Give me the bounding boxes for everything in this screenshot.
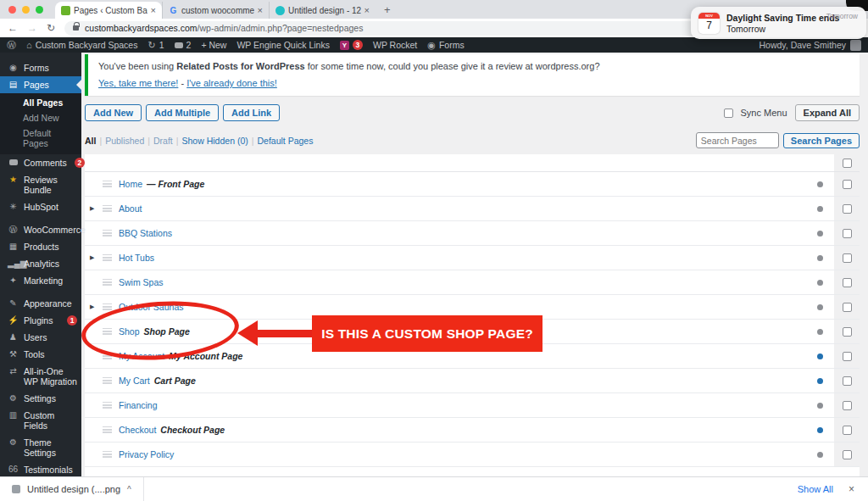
wp-admin-bar: Ⓦ⌂Custom Backyard Spaces↻12+ NewWP Engin… <box>0 37 868 53</box>
show-all-link[interactable]: Show All <box>798 484 833 494</box>
drag-handle-icon[interactable] <box>103 230 112 237</box>
row-checkbox[interactable] <box>843 303 852 312</box>
admin-bar-item-new-content[interactable]: + New <box>201 40 226 50</box>
reload-icon[interactable]: ↻ <box>47 22 55 34</box>
sidebar-item-forms[interactable]: ◉Forms <box>0 59 81 76</box>
admin-bar-account[interactable]: Howdy, Dave Smithey <box>759 40 861 51</box>
sidebar-item-settings[interactable]: ⚙Settings <box>0 390 81 407</box>
expand-caret-icon[interactable]: ▶ <box>90 254 103 261</box>
page-title-link[interactable]: Swim Spas <box>119 277 164 287</box>
sidebar-subitem-default-pages[interactable]: Default Pages <box>0 125 81 151</box>
row-checkbox[interactable] <box>843 352 852 361</box>
add-link-button[interactable]: Add Link <box>223 104 280 121</box>
sidebar-item-all-in-one-wp-migration[interactable]: ⇄All-in-One WP Migration <box>0 363 81 390</box>
sidebar-item-marketing[interactable]: ✦Marketing <box>0 272 81 289</box>
close-window-icon[interactable] <box>8 6 16 14</box>
sidebar-item-tools[interactable]: ⚒Tools <box>0 346 81 363</box>
row-checkbox[interactable] <box>843 327 852 337</box>
row-checkbox[interactable] <box>843 426 852 435</box>
row-checkbox[interactable] <box>843 204 852 214</box>
sidebar-item-pages[interactable]: ▤Pages <box>0 76 81 93</box>
close-tab-icon[interactable]: × <box>258 6 263 15</box>
close-downloads-icon[interactable]: × <box>849 483 854 495</box>
browser-tab[interactable]: Pages ‹ Custom Backyard Spa× <box>55 2 162 19</box>
forward-icon[interactable]: → <box>27 22 37 34</box>
already-done-link[interactable]: I've already done this! <box>186 78 277 88</box>
filter-show-hidden[interactable]: Show Hidden (0) <box>182 136 248 146</box>
drag-handle-icon[interactable] <box>103 303 112 310</box>
page-title-link[interactable]: Home <box>119 179 142 189</box>
sidebar-item-analytics[interactable]: ▂▄▆Analytics <box>0 255 81 272</box>
expand-caret-icon[interactable]: ▶ <box>90 205 103 212</box>
browser-tab[interactable]: Untitled design - 1200 × 693p× <box>269 2 376 19</box>
filter-default-pages[interactable]: Default Pages <box>257 136 313 146</box>
sidebar-item-reviews-bundle[interactable]: ★Reviews Bundle <box>0 171 81 198</box>
sidebar-item-appearance[interactable]: ✎Appearance <box>0 295 81 312</box>
sidebar-item-comments[interactable]: Comments2 <box>0 154 81 171</box>
sidebar-subitem-add-new[interactable]: Add New <box>0 110 81 125</box>
admin-bar-item-wordpress-logo[interactable]: Ⓦ <box>7 41 16 50</box>
close-tab-icon[interactable]: × <box>151 6 156 15</box>
sidebar-subitem-all-pages[interactable]: All Pages <box>0 95 81 110</box>
row-checkbox[interactable] <box>843 229 852 238</box>
page-title-link[interactable]: BBQ Stations <box>119 228 172 238</box>
browser-tab[interactable]: Gcustom woocommerce shop p× <box>162 2 269 19</box>
drag-handle-icon[interactable] <box>103 451 112 458</box>
page-title-link[interactable]: Checkout <box>119 425 156 435</box>
admin-bar-item-forms[interactable]: ◉Forms <box>427 40 464 50</box>
admin-bar-item-wp-rocket[interactable]: WP Rocket <box>373 40 417 50</box>
drag-handle-icon[interactable] <box>103 205 112 212</box>
drag-handle-icon[interactable] <box>103 377 112 384</box>
select-all-checkbox[interactable] <box>843 159 852 168</box>
row-checkbox[interactable] <box>843 401 852 410</box>
drag-handle-icon[interactable] <box>103 254 112 261</box>
drag-handle-icon[interactable] <box>103 279 112 286</box>
download-item[interactable]: Untitled design (....png ^ <box>0 477 144 501</box>
row-checkbox[interactable] <box>843 180 852 189</box>
sidebar-item-custom-fields[interactable]: ▥Custom Fields <box>0 407 81 434</box>
search-pages-button[interactable]: Search Pages <box>783 133 860 148</box>
admin-bar-item-site-home[interactable]: ⌂Custom Backyard Spaces <box>26 40 137 50</box>
search-input[interactable] <box>696 132 779 148</box>
sidebar-item-products[interactable]: ▦Products <box>0 238 81 255</box>
sidebar-item-theme-settings[interactable]: ⚙Theme Settings <box>0 434 81 461</box>
drag-handle-icon[interactable] <box>103 426 112 433</box>
take-me-there-link[interactable]: Yes, take me there! <box>98 78 178 88</box>
add-new-button[interactable]: Add New <box>85 104 142 121</box>
admin-bar-item-updates[interactable]: ↻1 <box>147 40 164 50</box>
download-caret-icon[interactable]: ^ <box>127 485 131 494</box>
sidebar-item-woocommerce[interactable]: ⓌWooCommerce <box>0 221 81 238</box>
page-title-link[interactable]: My Cart <box>119 376 150 386</box>
page-title-link[interactable]: Privacy Policy <box>119 449 174 459</box>
page-title-link[interactable]: About <box>119 203 142 214</box>
admin-bar-item-wp-engine-quick-links[interactable]: WP Engine Quick Links <box>236 40 330 50</box>
admin-bar-item-yoast-seo[interactable]: Y3 <box>340 40 363 50</box>
expand-all-button[interactable]: Expand All <box>795 104 860 121</box>
page-title-link[interactable]: Financing <box>119 400 158 410</box>
add-multiple-button[interactable]: Add Multiple <box>146 104 219 121</box>
minimize-window-icon[interactable] <box>22 6 30 14</box>
sync-menu-checkbox[interactable] <box>724 109 733 118</box>
macos-notification[interactable]: NOV 7 Daylight Saving Time ends Tomorrow… <box>691 7 866 39</box>
drag-handle-icon[interactable] <box>103 402 112 409</box>
admin-bar-item-comments-bubble[interactable]: 2 <box>175 40 192 50</box>
filter-published[interactable]: Published <box>105 136 144 146</box>
page-title-link[interactable]: Hot Tubs <box>119 253 154 263</box>
sidebar-item-users[interactable]: ♟Users <box>0 329 81 346</box>
filter-all[interactable]: All <box>85 136 96 146</box>
row-checkbox[interactable] <box>843 278 852 287</box>
sidebar-item-hubspot[interactable]: ✳HubSpot <box>0 198 81 215</box>
sidebar-item-testimonials[interactable]: 66Testimonials <box>0 461 81 478</box>
close-tab-icon[interactable]: × <box>364 6 370 15</box>
back-icon[interactable]: ← <box>8 22 18 34</box>
filter-draft[interactable]: Draft <box>153 136 173 146</box>
sidebar-item-plugins[interactable]: ⚡Plugins1 <box>0 312 81 329</box>
drag-handle-icon[interactable] <box>103 181 112 187</box>
row-checkbox[interactable] <box>843 253 852 263</box>
maximize-window-icon[interactable] <box>36 6 43 14</box>
row-checkbox[interactable] <box>843 376 852 386</box>
row-checkbox[interactable] <box>843 450 852 459</box>
expand-caret-icon[interactable]: ▶ <box>90 303 103 310</box>
new-tab-button[interactable]: + <box>384 4 391 15</box>
row-checkbox-cell <box>834 197 860 220</box>
